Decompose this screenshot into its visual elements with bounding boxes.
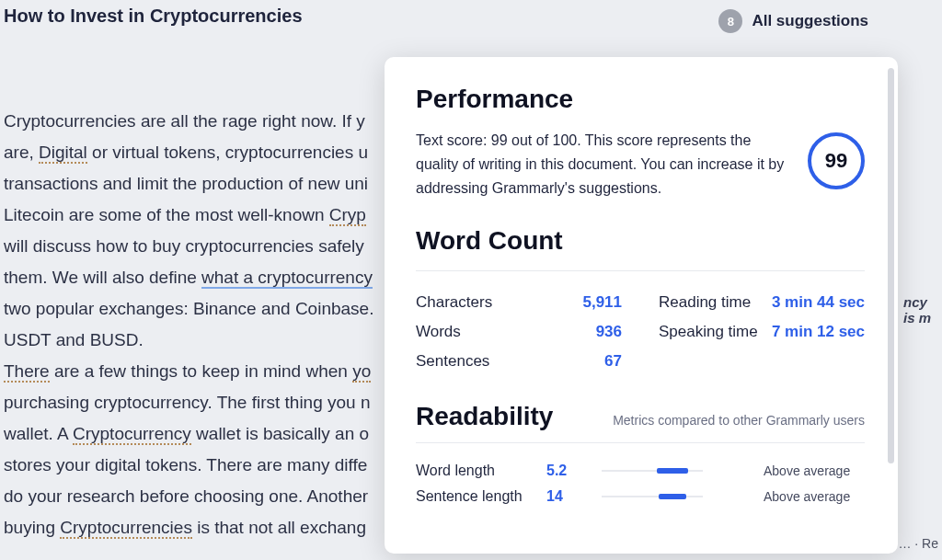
reading-time-label: Reading time: [659, 293, 751, 312]
readability-heading: Readability: [416, 402, 553, 431]
word-length-row: Word length 5.2 Above average: [416, 458, 865, 484]
all-suggestions-label: All suggestions: [752, 12, 868, 30]
score-ring: 99: [808, 132, 865, 189]
divider: [416, 270, 865, 271]
sentences-value: 67: [604, 352, 622, 371]
divider: [416, 442, 865, 443]
characters-value: 5,911: [582, 293, 622, 312]
wordcount-heading: Word Count: [416, 226, 865, 256]
word-length-label: Word length: [416, 463, 546, 479]
word-length-tag: Above average: [764, 463, 865, 478]
wordcount-table: Characters 5,911 Words 936 Sentences 67 …: [416, 288, 865, 376]
performance-heading: Performance: [416, 85, 865, 114]
reading-time-value: 3 min 44 sec: [772, 293, 865, 312]
speaking-time-value: 7 min 12 sec: [772, 323, 865, 341]
sentence-length-value: 14: [546, 488, 591, 505]
words-label: Words: [416, 323, 461, 341]
background-sliver-right: ncy is m: [903, 294, 942, 326]
performance-description: Text score: 99 out of 100. This score re…: [416, 129, 787, 200]
sentences-label: Sentences: [416, 352, 489, 371]
sentence-length-label: Sentence length: [416, 488, 546, 505]
word-length-value: 5.2: [546, 463, 591, 479]
characters-label: Characters: [416, 293, 492, 312]
doc-title: How to Invest in Cryptocurrencies: [4, 6, 303, 27]
word-length-bar: [591, 470, 764, 472]
performance-panel: Performance Text score: 99 out of 100. T…: [385, 57, 898, 554]
readability-subtitle: Metrics compared to other Grammarly user…: [613, 413, 865, 431]
scrollbar[interactable]: [888, 68, 894, 463]
speaking-time-label: Speaking time: [659, 323, 758, 341]
sentence-length-tag: Above average: [764, 489, 865, 504]
sentence-length-bar: [591, 496, 764, 497]
sentence-length-row: Sentence length 14 Above average: [416, 484, 865, 509]
all-suggestions-button[interactable]: 8 All suggestions: [718, 9, 868, 33]
suggestion-count-badge: 8: [718, 9, 742, 33]
background-sliver-bottom: … · Re: [898, 536, 938, 551]
words-value: 936: [596, 323, 622, 341]
